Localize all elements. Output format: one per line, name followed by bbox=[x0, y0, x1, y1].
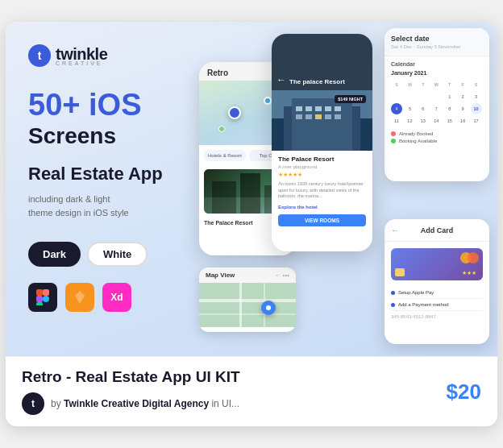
cal-day[interactable]: 16 bbox=[457, 115, 468, 127]
legend-dot-available bbox=[391, 139, 396, 143]
dark-button[interactable]: Dark bbox=[28, 242, 81, 267]
cal-day-selected[interactable]: 4 bbox=[391, 103, 402, 114]
legend-available-text: Booking Available bbox=[399, 139, 437, 143]
phone-calendar: Select date Sat 4 Dec - Sunday 5 Novembe… bbox=[385, 28, 489, 181]
pay-item-apple: Setup Apple Pay bbox=[391, 287, 483, 299]
svg-rect-19 bbox=[296, 114, 302, 119]
svg-rect-14 bbox=[296, 106, 302, 111]
price-badge: $149 NIGHT bbox=[335, 95, 366, 103]
cal-header-sat: S bbox=[471, 79, 482, 90]
svg-rect-17 bbox=[325, 106, 331, 111]
phone-retro-title: Retro bbox=[207, 68, 228, 77]
author-in: in UI... bbox=[211, 398, 239, 409]
product-info-left: Retro - Real Estate App UI KIT t by Twin… bbox=[22, 368, 447, 415]
author-name: Twinkle Creative Digital Agency bbox=[64, 398, 209, 409]
cal-day[interactable]: 5 bbox=[404, 103, 415, 114]
white-button[interactable]: White bbox=[87, 242, 148, 267]
sketch-icon bbox=[65, 283, 94, 312]
svg-rect-13 bbox=[292, 98, 352, 151]
author-text: by Twinkle Creative Digital Agency in UI… bbox=[51, 398, 239, 409]
cal-day[interactable]: 6 bbox=[418, 103, 429, 114]
svg-rect-8 bbox=[240, 173, 260, 214]
cal-header-wed: W bbox=[430, 79, 442, 90]
cal-day[interactable]: 11 bbox=[391, 115, 402, 127]
svg-rect-21 bbox=[315, 114, 322, 119]
pay-item-label: Setup Apple Pay bbox=[398, 290, 434, 295]
svg-rect-18 bbox=[335, 106, 341, 111]
preview-area: t twinkle CREATIVE 50+ iOS Screens Real … bbox=[6, 22, 497, 356]
card-number-display: 345-8543-4512-8847 bbox=[391, 311, 483, 322]
cal-day[interactable]: 2 bbox=[457, 91, 468, 102]
headline-number: 50+ bbox=[28, 88, 80, 122]
add-card-back-icon: ← bbox=[391, 226, 399, 234]
calendar-grid: S M T W T F S 1 2 3 bbox=[391, 79, 483, 127]
bottom-info: Retro - Real Estate App UI KIT t by Twin… bbox=[6, 356, 497, 426]
price-tag: $20 bbox=[447, 380, 481, 404]
author-row: t by Twinkle Creative Digital Agency in … bbox=[22, 392, 447, 415]
calendar-label: Calendar bbox=[391, 61, 483, 67]
phones-area: Retro ⊕ Hotels & Resort Top Cities bbox=[191, 22, 497, 356]
hotels-card[interactable]: Hotels & Resort bbox=[204, 150, 246, 161]
map-view-body bbox=[199, 283, 296, 327]
svg-rect-27 bbox=[199, 313, 296, 315]
theme-buttons: Dark White bbox=[28, 242, 163, 267]
cal-day[interactable]: 8 bbox=[444, 103, 455, 114]
star-rating: ★★★★★ bbox=[278, 172, 366, 178]
author-avatar: t bbox=[22, 392, 44, 415]
svg-point-4 bbox=[43, 296, 49, 302]
calendar-subtitle: Sat 4 Dec - Sunday 5 November bbox=[391, 44, 483, 49]
left-content: t twinkle CREATIVE 50+ iOS Screens Real … bbox=[28, 44, 163, 312]
svg-rect-7 bbox=[212, 181, 236, 214]
cal-header-fri: F bbox=[457, 79, 468, 90]
map-view-title: Map View bbox=[206, 272, 235, 279]
phone-palace: ← The palace Resort bbox=[272, 34, 372, 251]
logo-subtext: CREATIVE bbox=[56, 60, 107, 66]
card-logo bbox=[460, 252, 479, 263]
svg-rect-1 bbox=[43, 289, 49, 296]
prop-subtitle: A river playground bbox=[278, 164, 366, 169]
cal-day[interactable]: 14 bbox=[430, 115, 442, 127]
map-pin-main bbox=[228, 106, 241, 119]
pay-dot bbox=[391, 291, 395, 295]
explore-link[interactable]: Explore the hotel bbox=[278, 205, 366, 209]
prop-title: The Palace Resort bbox=[278, 156, 366, 163]
card-chip bbox=[395, 268, 405, 276]
back-icon: ← bbox=[276, 74, 286, 85]
calendar-section: Calendar January 2021 S M T W T F S bbox=[385, 56, 489, 151]
map-pin-secondary bbox=[264, 97, 272, 105]
calendar-title: Select date bbox=[391, 35, 483, 43]
cal-day[interactable] bbox=[391, 91, 402, 102]
product-card: t twinkle CREATIVE 50+ iOS Screens Real … bbox=[6, 22, 497, 426]
cal-day[interactable]: 7 bbox=[430, 103, 442, 114]
cal-day-today[interactable]: 10 bbox=[471, 103, 482, 114]
legend-available: Booking Available bbox=[391, 139, 483, 143]
logo-area: t twinkle CREATIVE bbox=[28, 44, 163, 67]
cal-day[interactable]: 1 bbox=[444, 91, 455, 102]
cal-day[interactable]: 17 bbox=[471, 115, 482, 127]
palace-content: The Palace Resort A river playground ★★★… bbox=[272, 151, 372, 231]
svg-rect-23 bbox=[335, 114, 341, 119]
svg-rect-2 bbox=[36, 296, 43, 302]
phone-map-view: Map View ← ••• bbox=[199, 268, 296, 332]
phone-palace-header: ← The palace Resort bbox=[272, 34, 372, 90]
cal-day[interactable]: 9 bbox=[457, 103, 468, 114]
headline: 50+ iOS bbox=[28, 89, 163, 120]
cal-day[interactable]: 15 bbox=[444, 115, 455, 127]
cal-header-thu: T bbox=[444, 79, 455, 90]
cal-day[interactable] bbox=[404, 91, 415, 102]
map-marker-blue bbox=[261, 301, 276, 315]
view-rooms-button[interactable]: VIEW ROOMS bbox=[278, 214, 366, 226]
cal-day[interactable] bbox=[418, 91, 429, 102]
add-card-title: Add Card bbox=[421, 226, 454, 234]
cal-header-sun: S bbox=[391, 79, 402, 90]
calendar-month: January 2021 bbox=[391, 70, 483, 76]
cal-day[interactable]: 12 bbox=[404, 115, 415, 127]
headline-sub: Screens bbox=[28, 123, 163, 149]
cal-day[interactable]: 13 bbox=[418, 115, 429, 127]
palace-header-title: The palace Resort bbox=[289, 78, 345, 85]
cal-day[interactable] bbox=[430, 91, 442, 102]
svg-rect-24 bbox=[199, 283, 296, 327]
xd-icon: Xd bbox=[102, 283, 131, 312]
cal-day[interactable]: 3 bbox=[471, 91, 482, 102]
calendar-header: Select date Sat 4 Dec - Sunday 5 Novembe… bbox=[385, 28, 489, 56]
